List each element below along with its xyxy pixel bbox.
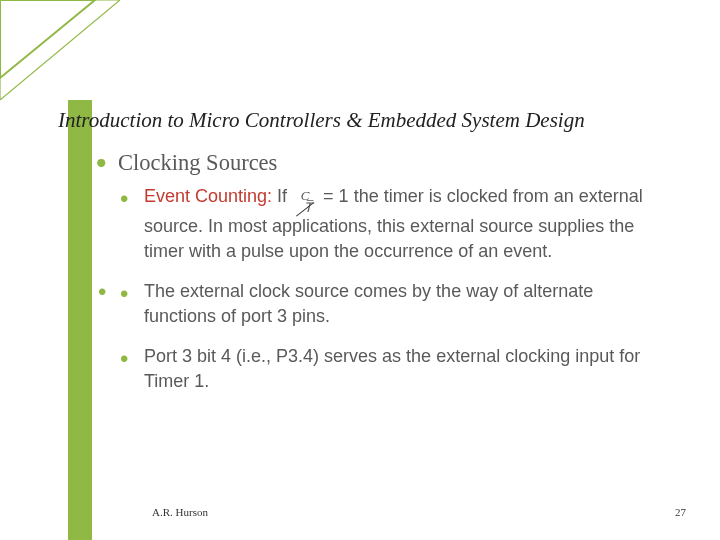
accent-triangle [0, 0, 120, 100]
bullet-external-clock: The external clock source comes by the w… [120, 279, 670, 330]
math-fraction: CT̅ [292, 186, 318, 206]
stray-bullet-icon: • [98, 278, 106, 306]
slide-title: Introduction to Micro Controllers & Embe… [58, 108, 678, 133]
bullet-port3-bit4: Port 3 bit 4 (i.e., P3.4) serves as the … [120, 344, 670, 395]
bullet-event-counting: Event Counting: If CT̅ = 1 the timer is … [120, 184, 670, 265]
accent-left-bar [68, 100, 92, 540]
svg-marker-0 [0, 0, 120, 100]
heading-clocking-sources: Clocking Sources [96, 150, 670, 176]
text-before-math: If [272, 186, 292, 206]
svg-marker-1 [0, 0, 95, 78]
footer-author: A.R. Hurson [152, 506, 208, 518]
slide-body: Clocking Sources Event Counting: If CT̅ … [96, 150, 670, 409]
event-counting-lead: Event Counting: [144, 186, 272, 206]
footer-page-number: 27 [675, 506, 686, 518]
slide: Introduction to Micro Controllers & Embe… [0, 0, 720, 540]
